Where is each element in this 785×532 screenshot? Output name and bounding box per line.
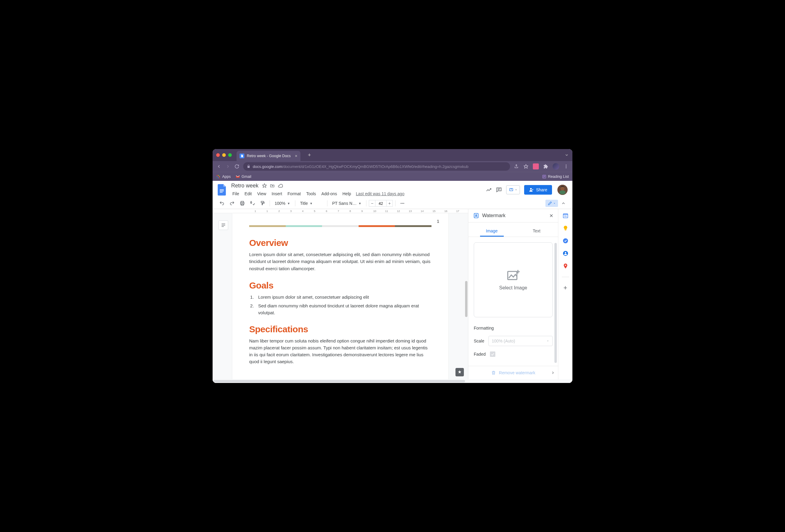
list-item[interactable]: Sed diam nonummy nibh euismod tincidunt …	[255, 302, 431, 316]
svg-marker-45	[547, 341, 549, 341]
new-tab-button[interactable]: +	[305, 151, 314, 159]
menu-format[interactable]: Format	[285, 190, 303, 197]
scale-select[interactable]: 100% (Auto)	[488, 336, 553, 346]
undo-button[interactable]	[218, 199, 226, 207]
spellcheck-button[interactable]	[248, 199, 257, 207]
tab-image[interactable]: Image	[480, 226, 504, 236]
bookmark-gmail[interactable]: Gmail	[236, 175, 252, 179]
outline-toggle-button[interactable]	[219, 221, 228, 230]
document-page[interactable]: 1 Overview Lorem ipsum dolor sit amet, c…	[232, 213, 448, 379]
more-toolbar-button[interactable]	[398, 199, 407, 207]
redo-button[interactable]	[228, 199, 236, 207]
reload-button[interactable]	[234, 164, 239, 169]
add-addon-button[interactable]: +	[562, 285, 568, 291]
last-edit-link[interactable]: Last edit was 11 days ago	[356, 191, 405, 196]
faded-checkbox[interactable]	[490, 352, 495, 357]
print-button[interactable]	[238, 199, 247, 207]
svg-point-52	[565, 252, 566, 253]
docs-favicon	[239, 154, 244, 158]
paragraph[interactable]: Nam liber tempor cum soluta nobis eleife…	[249, 337, 431, 365]
activity-icon[interactable]	[486, 187, 492, 193]
list-item[interactable]: Lorem ipsum dolor sit amet, consectetuer…	[255, 294, 431, 301]
share-label: Share	[536, 187, 547, 192]
chevron-right-icon[interactable]	[551, 371, 555, 375]
cloud-status-icon[interactable]	[278, 183, 283, 188]
menu-file[interactable]: File	[230, 190, 242, 197]
vertical-scrollbar[interactable]	[464, 209, 468, 379]
menu-edit[interactable]: Edit	[242, 190, 254, 197]
paragraph[interactable]: Lorem ipsum dolor sit amet, consectetuer…	[249, 251, 431, 272]
move-icon[interactable]	[270, 183, 275, 188]
zoom-select[interactable]: 100%▼	[272, 200, 293, 207]
bookmark-star-icon[interactable]	[523, 164, 529, 169]
font-size-value[interactable]: 42	[375, 200, 386, 207]
heading-overview[interactable]: Overview	[249, 238, 431, 248]
close-tab-button[interactable]: ×	[295, 154, 298, 158]
back-button[interactable]	[216, 164, 222, 169]
minimize-window-button[interactable]	[222, 153, 226, 157]
svg-marker-24	[515, 189, 517, 190]
heading-specifications[interactable]: Specifications	[249, 324, 431, 334]
svg-rect-4	[217, 175, 218, 175]
svg-rect-17	[220, 189, 224, 190]
profile-avatar-icon[interactable]	[553, 163, 559, 170]
font-family-select[interactable]: PT Sans N…▼	[330, 200, 364, 207]
svg-rect-12	[219, 177, 220, 178]
font-size-decrease[interactable]: −	[369, 200, 375, 207]
address-bar[interactable]: docs.google.com/document/d/1xG1zOE4X_HgQ…	[243, 162, 510, 171]
select-image-box[interactable]: Select Image	[474, 242, 553, 317]
kebab-menu-icon[interactable]	[563, 164, 569, 169]
user-avatar[interactable]	[557, 185, 567, 195]
close-window-button[interactable]	[216, 153, 220, 157]
font-size-increase[interactable]: +	[386, 200, 393, 207]
url-text: docs.google.com/document/d/1xG1zOE4X_HgQ…	[253, 164, 469, 169]
maps-app-icon[interactable]	[562, 263, 568, 269]
explore-button[interactable]	[455, 368, 464, 376]
share-button[interactable]: Share	[524, 185, 552, 195]
forward-button[interactable]	[225, 164, 231, 169]
reading-list-button[interactable]: Reading List	[542, 175, 569, 179]
maximize-window-button[interactable]	[228, 153, 232, 157]
bookmark-apps[interactable]: Apps	[216, 175, 231, 179]
document-canvas[interactable]: 11234567891011121314151617 1 Overview Lo…	[212, 209, 468, 379]
horizontal-scrollbar[interactable]	[212, 379, 573, 383]
extension-icon[interactable]	[533, 163, 539, 170]
svg-rect-5	[218, 175, 219, 175]
svg-text:31: 31	[564, 215, 566, 218]
collapse-toolbar-button[interactable]	[559, 199, 567, 207]
present-icon	[509, 187, 514, 192]
menu-view[interactable]: View	[255, 190, 269, 197]
svg-point-25	[530, 188, 532, 189]
window-controls	[216, 153, 232, 157]
ruler[interactable]: 11234567891011121314151617	[212, 209, 468, 213]
docs-logo-icon[interactable]	[217, 184, 228, 195]
panel-scrollbar[interactable]	[554, 243, 557, 363]
comments-icon[interactable]	[496, 187, 502, 193]
panel-close-button[interactable]: ✕	[549, 213, 553, 219]
tabs-menu-button[interactable]	[565, 153, 569, 157]
menu-tools[interactable]: Tools	[304, 190, 319, 197]
menu-help[interactable]: Help	[340, 190, 354, 197]
menu-insert[interactable]: Insert	[269, 190, 284, 197]
editing-mode-button[interactable]	[546, 200, 558, 207]
share-os-icon[interactable]	[514, 164, 519, 169]
paint-format-button[interactable]	[258, 199, 267, 207]
svg-point-27	[559, 190, 565, 194]
extensions-puzzle-icon[interactable]	[543, 164, 549, 169]
browser-tab[interactable]: Retro week - Google Docs ×	[236, 151, 300, 161]
menu-addons[interactable]: Add-ons	[319, 190, 339, 197]
remove-watermark-button[interactable]: Remove watermark	[469, 366, 558, 379]
present-button[interactable]	[506, 185, 520, 194]
paragraph-style-select[interactable]: Title▼	[298, 200, 325, 207]
tab-text[interactable]: Text	[527, 226, 547, 236]
heading-goals[interactable]: Goals	[249, 280, 431, 290]
svg-point-53	[565, 264, 566, 266]
keep-app-icon[interactable]	[562, 225, 568, 231]
calendar-app-icon[interactable]: 31	[562, 212, 568, 219]
contacts-app-icon[interactable]	[562, 250, 568, 256]
document-title[interactable]: Retro week	[230, 182, 260, 189]
ordered-list[interactable]: Lorem ipsum dolor sit amet, consectetuer…	[255, 294, 431, 316]
browser-window: Retro week - Google Docs × + docs.google…	[212, 149, 573, 383]
star-icon[interactable]	[262, 183, 267, 188]
tasks-app-icon[interactable]	[562, 238, 568, 244]
